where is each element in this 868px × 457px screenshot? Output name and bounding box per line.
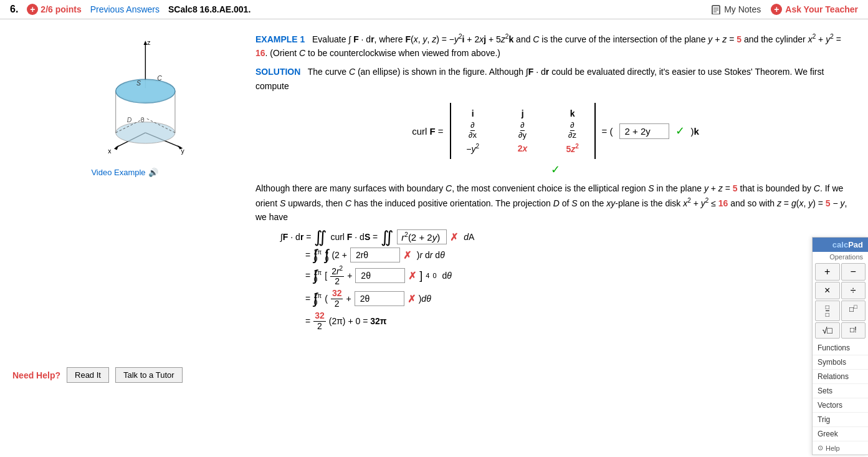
matrix-f2: 2x	[507, 143, 538, 153]
cross-icon-2: ✗	[403, 249, 411, 261]
calcpad-relations-item[interactable]: Relations	[813, 370, 868, 384]
two-plus: (2 +	[331, 250, 347, 260]
matrix-k: k	[557, 108, 588, 118]
partial-y: ∂ ∂y	[507, 121, 538, 140]
lower-0-3: 0	[314, 276, 322, 283]
talk-to-tutor-button[interactable]: Talk to a Tutor	[115, 367, 183, 383]
frac-32-2-final: 32 2	[313, 311, 326, 331]
lower-0-4: 0	[314, 299, 322, 306]
my-notes-label: My Notes	[724, 4, 761, 14]
calcpad-factorial-btn[interactable]: □!	[841, 322, 866, 339]
integral-line-2: = ∫ 2π 0 ∫ 4 0 (2 + 2rθ ✗	[305, 248, 856, 262]
example-heading: EXAMPLE 1 Evaluate ∫ F · dr, where F(x, …	[255, 32, 856, 60]
calcpad-times-btn[interactable]: ×	[815, 282, 840, 299]
bracket-open: [	[325, 271, 327, 281]
calcpad-frac-btn[interactable]: □ □	[815, 301, 840, 321]
points-text: 2/6 points	[41, 4, 81, 14]
equals-4: =	[305, 294, 310, 304]
int-0-2pi-2: ∫ 2π 0	[313, 268, 322, 283]
matrix-f3: 5z2	[557, 143, 588, 154]
limits-0: 0	[432, 272, 436, 279]
cross-icon-1: ✗	[450, 231, 458, 243]
lower-0: 0	[314, 256, 322, 262]
example-label: EXAMPLE 1	[255, 34, 305, 44]
upper-2pi-3: 2π	[314, 292, 322, 299]
int-F-dr: ∫F · dr =	[280, 232, 311, 242]
plus-circle-icon: +	[27, 4, 38, 15]
header-left: 6. + 2/6 points Previous Answers SCalc8 …	[10, 4, 250, 15]
svg-text:z: z	[147, 39, 150, 46]
calcpad-panel: calcPad Operations + − × ÷ □ □ □□ √□ □! …	[812, 237, 868, 389]
calcpad-plus-btn[interactable]: +	[815, 263, 840, 281]
curl-label: curl F =	[412, 126, 443, 137]
svg-marker-11	[114, 145, 119, 150]
dtheta-2: dθ	[440, 271, 452, 281]
header-right: My Notes + Ask Your Teacher	[711, 4, 858, 15]
calcpad-sets-item[interactable]: Sets	[813, 384, 868, 389]
audio-icon: 🔊	[148, 168, 158, 177]
svg-point-19	[116, 79, 175, 103]
need-help-label: Need Help?	[12, 370, 60, 380]
matrix-j: j	[507, 108, 538, 118]
svg-text:C: C	[157, 75, 162, 82]
my-notes-button[interactable]: My Notes	[711, 4, 761, 14]
body-text-1: Although there are many surfaces with bo…	[255, 181, 856, 224]
double-int-2: ∬	[381, 229, 394, 245]
answer-box-1[interactable]: 2 + 2y	[619, 123, 669, 139]
integral-line-4: = ∫ 2π 0 ( 32 2 + 2θ ✗ )dθ	[305, 289, 856, 309]
matrix-i: i	[457, 108, 489, 118]
diagram-area: z y x	[62, 32, 187, 163]
curl-equation: curl F = i j k ∂ ∂x	[255, 103, 856, 159]
frac-2r2: 2r2 2	[330, 265, 344, 286]
problem-id: SCalc8 16.8.AE.001.	[168, 4, 250, 14]
video-example-link[interactable]: Video Example 🔊	[91, 168, 158, 177]
answer-box-2[interactable]: 2rθ	[350, 248, 400, 262]
check-icon-1: ✓	[675, 124, 685, 138]
svg-text:y: y	[181, 148, 184, 155]
determinant-matrix: i j k ∂ ∂x ∂ ∂y	[450, 103, 596, 159]
matrix-f1: −y2	[457, 143, 489, 154]
read-it-button[interactable]: Read It	[67, 367, 109, 383]
solution-label: SOLUTION	[255, 67, 300, 77]
calcpad-super-btn[interactable]: □□	[841, 301, 866, 321]
double-int-1: ∬	[314, 229, 327, 245]
svg-point-13	[116, 122, 175, 143]
calcpad-menu: Functions Symbols Relations Sets Vectors…	[813, 341, 868, 389]
equals-2: =	[305, 250, 310, 260]
vertical-bar-limits: ]	[419, 269, 422, 282]
equals-3: =	[305, 271, 310, 281]
calcpad-minus-btn[interactable]: −	[841, 263, 866, 281]
matrix-row-3: −y2 2x 5z2	[457, 142, 588, 155]
calcpad-div-btn[interactable]: ÷	[841, 282, 866, 299]
video-example-text: Video Example	[91, 168, 145, 177]
main-integral: ∫F · dr = ∬ curl F · dS = ∬ r2(2 + 2y) ✗…	[280, 229, 856, 331]
partial-x: ∂ ∂x	[457, 121, 489, 140]
lower-0-2: 0	[325, 256, 329, 262]
matrix-row-2: ∂ ∂x ∂ ∂y ∂ ∂z	[457, 120, 588, 142]
right-panel: EXAMPLE 1 Evaluate ∫ F · dr, where F(x, …	[249, 26, 868, 342]
answer-box-4[interactable]: 2θ	[355, 291, 404, 306]
calcpad-symbols-item[interactable]: Symbols	[813, 355, 868, 370]
need-help-section: Need Help? Read It Talk to a Tutor	[0, 361, 868, 389]
matrix-row-1: i j k	[457, 107, 588, 120]
svg-text:D: D	[127, 117, 132, 123]
upper-2pi-2: 2π	[314, 269, 322, 276]
integral-line-5: = 32 2 (2π) + 0 = 32π	[305, 311, 856, 331]
answer-box-3[interactable]: 2θ	[355, 268, 405, 283]
previous-answers-link[interactable]: Previous Answers	[90, 4, 160, 14]
integral-line-3: = ∫ 2π 0 [ 2r2 2 + 2θ ✗ ] 4 0	[305, 265, 856, 286]
int-0-2pi-3: ∫ 2π 0	[313, 291, 322, 306]
equals-paren: = (	[602, 126, 613, 137]
partial-z: ∂ ∂z	[557, 121, 588, 140]
calcpad-functions-item[interactable]: Functions	[813, 341, 868, 355]
close-paren-dtheta: )dθ	[419, 294, 431, 304]
calcpad-buttons: + − × ÷ □ □ □□ √□ □!	[813, 261, 868, 341]
svg-text:S: S	[136, 80, 141, 87]
int-limits-outer: 2π 0	[314, 249, 322, 262]
answer-box-inner: r2(2 + 2y)	[397, 229, 447, 244]
solution-paragraph: SOLUTION The curve C (an ellipse) is sho…	[255, 65, 856, 93]
calcpad-sqrt-btn[interactable]: √□	[815, 322, 840, 339]
frac-32-2: 32 2	[331, 289, 343, 309]
question-number: 6.	[10, 4, 18, 15]
ask-teacher-button[interactable]: + Ask Your Teacher	[771, 4, 858, 15]
